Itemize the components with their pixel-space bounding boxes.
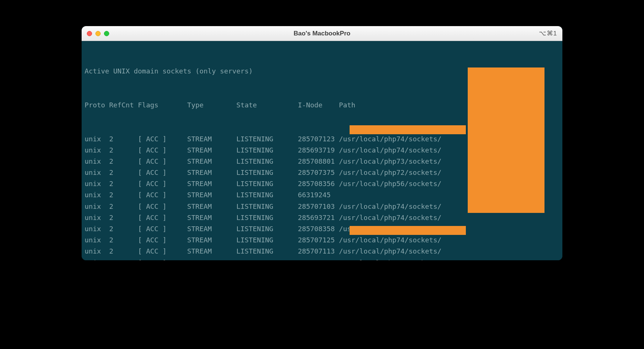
table-row: unix 2 [ ACC ] STREAM LISTENING 28570770… — [85, 257, 559, 260]
redaction-block — [350, 226, 466, 235]
traffic-lights — [87, 31, 109, 36]
table-row: unix 2 [ ACC ] STREAM LISTENING 28570712… — [85, 235, 559, 246]
close-icon[interactable] — [87, 31, 92, 36]
terminal-body[interactable]: Active UNIX domain sockets (only servers… — [82, 41, 562, 260]
shortcut-indicator: ⌥⌘1 — [539, 29, 557, 37]
redaction-block — [468, 67, 544, 213]
table-row: unix 2 [ ACC ] STREAM LISTENING 28569372… — [85, 212, 559, 223]
terminal-window: Bao's MacbookPro ⌥⌘1 Active UNIX domain … — [82, 26, 562, 260]
table-row: unix 2 [ ACC ] STREAM LISTENING 28570835… — [85, 223, 559, 235]
table-row: unix 2 [ ACC ] STREAM LISTENING 28570711… — [85, 246, 559, 257]
minimize-icon[interactable] — [95, 31, 101, 36]
zoom-icon[interactable] — [104, 31, 109, 36]
window-title: Bao's MacbookPro — [82, 30, 562, 37]
redaction-block — [350, 125, 466, 134]
titlebar[interactable]: Bao's MacbookPro ⌥⌘1 — [82, 26, 562, 41]
